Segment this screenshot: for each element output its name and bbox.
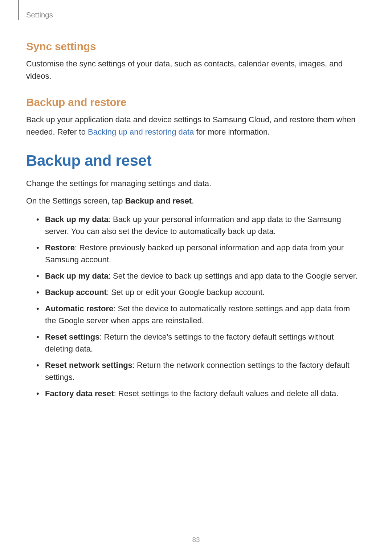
page-number: 83 (0, 536, 392, 544)
list-item-desc: : Set the device to back up settings and… (109, 271, 358, 280)
section-heading-sync: Sync settings (26, 40, 363, 53)
list-item-label: Reset settings (45, 332, 99, 341)
header-rule-icon (18, 0, 19, 20)
backup-restore-body-post: for more information. (194, 127, 270, 136)
breadcrumb: Settings (26, 11, 363, 19)
list-item: Factory data reset: Reset settings to th… (38, 387, 363, 399)
list-item: Reset network settings: Return the netwo… (38, 359, 363, 383)
list-item-desc: : Restore previously backed up personal … (45, 243, 344, 264)
list-item: Restore: Restore previously backed up pe… (38, 242, 363, 266)
list-item-label: Back up my data (45, 271, 109, 280)
tap-post: . (192, 196, 194, 205)
sync-body: Customise the sync settings of your data… (26, 58, 363, 82)
list-item: Back up my data: Set the device to back … (38, 270, 363, 282)
hero-heading-backup-reset: Backup and reset (26, 152, 363, 169)
page-container: Settings Sync settings Customise the syn… (0, 0, 392, 554)
list-item-label: Automatic restore (45, 304, 113, 313)
backup-restore-body: Back up your application data and device… (26, 114, 363, 138)
list-item-label: Backup account (45, 288, 107, 297)
backing-up-link[interactable]: Backing up and restoring data (88, 127, 194, 136)
list-item: Automatic restore: Set the device to aut… (38, 303, 363, 327)
list-item: Back up my data: Back up your personal i… (38, 213, 363, 237)
backup-reset-intro: Change the settings for managing setting… (26, 177, 363, 190)
header: Settings (26, 11, 363, 19)
list-item-label: Restore (45, 243, 75, 252)
tap-bold: Backup and reset (125, 196, 192, 205)
tap-pre: On the Settings screen, tap (26, 196, 125, 205)
list-item-desc: : Set up or edit your Google backup acco… (107, 288, 265, 297)
backup-reset-tap-line: On the Settings screen, tap Backup and r… (26, 195, 363, 207)
list-item-label: Reset network settings (45, 361, 132, 370)
list-item-label: Factory data reset (45, 389, 114, 398)
list-item-label: Back up my data (45, 215, 109, 224)
list-item: Reset settings: Return the device's sett… (38, 331, 363, 355)
section-heading-backup-restore: Backup and restore (26, 96, 363, 108)
backup-reset-list: Back up my data: Back up your personal i… (26, 213, 363, 399)
list-item: Backup account: Set up or edit your Goog… (38, 286, 363, 298)
list-item-desc: : Reset settings to the factory default … (114, 389, 339, 398)
